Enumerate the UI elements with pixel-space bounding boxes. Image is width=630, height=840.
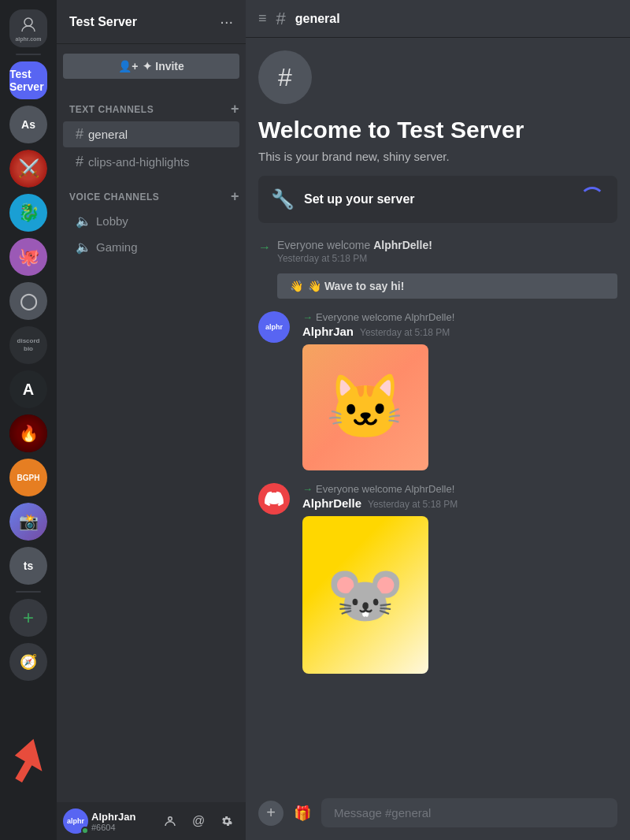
user-tag-display: #6604 [91,823,154,832]
server-icon-purple[interactable]: 🐙 [9,238,47,276]
message-content-alphrjan: → Everyone welcome AlphrDelle! AlphrJan … [302,311,617,470]
server-initials-ts: Test Server [9,68,47,93]
server-divider-1 [16,54,41,55]
gift-button[interactable]: 🎁 [290,801,315,826]
server-icon-gray[interactable]: ◯ [9,282,47,320]
gear-icon[interactable] [214,808,239,834]
server-initials-ts2: ts [24,559,33,572]
setup-text: Set up your server [304,192,415,206]
server-initials-as: As [21,118,35,131]
system-time-1: Yesterday at 5:18 PM [277,253,432,264]
messages-area: # Welcome to Test Server This is your br… [246,38,630,798]
setup-emoji: 🔧 [271,188,295,210]
system-message-1: → Everyone welcome AlphrDelle! Yesterday… [258,239,617,264]
invite-button[interactable]: 👤+ ✦ Invite [63,54,239,79]
channel-item-lobby[interactable]: 🔈 Lobby [63,209,239,233]
channel-name-clips: clips-and-highlights [88,155,189,169]
welcome-title: Welcome to Test Server [258,117,617,143]
svg-point-1 [169,817,172,821]
setup-spinner [580,187,605,212]
wave-label: 👋 Wave to say hi! [308,280,404,292]
voice-channels-category: VOICE CHANNELS + [57,176,246,208]
speaker-icon-gaming: 🔈 [76,240,91,255]
user-avatar: alphr [63,808,88,834]
server-icon-ts2[interactable]: ts [9,547,47,585]
message-group-alphrdelle: → Everyone welcome AlphrDelle! AlphrDell… [258,483,617,674]
server-icon-as[interactable]: As [9,106,47,143]
channel-header: ≡ # general [246,0,630,38]
channel-item-clips[interactable]: # clips-and-highlights [63,149,239,175]
reply-arrow-alphrdelle: → [302,483,313,495]
message-input-wrapper [321,798,617,827]
server-icon-red[interactable]: ⚔️ [9,150,47,188]
channel-item-general[interactable]: # general [63,121,239,147]
system-message-content-1: Everyone welcome AlphrDelle! Yesterday a… [277,239,432,264]
discover-servers-button[interactable]: 🧭 [9,643,47,681]
reply-text-alphrdelle: Everyone welcome AlphrDelle! [316,483,454,495]
speaker-icon-lobby: 🔈 [76,214,91,229]
username-alphrjan: AlphrJan [302,325,354,338]
server-icon-discordbio[interactable]: discordbio [9,326,47,364]
reply-preview-alphrdelle: → Everyone welcome AlphrDelle! [302,483,617,495]
username-alphrdelle: AlphrDelle [302,496,361,510]
server-icon-black[interactable]: A [9,370,47,408]
svg-point-0 [24,18,32,26]
server-initials-black: A [23,381,34,399]
sticker-alphrjan: 🐱 [302,344,428,470]
sticker-alphrdelle: 🐭 [302,516,428,674]
channel-name-general: general [88,128,128,141]
avatar-alphrjan: alphr [258,311,290,343]
server-icon-blue[interactable]: 🐉 [9,194,47,232]
user-settings-icon[interactable] [158,808,183,834]
alphr-label: alphr.com [15,36,41,42]
reply-preview-alphrjan: → Everyone welcome AlphrDelle! [302,311,617,323]
channel-name-gaming: Gaming [96,240,138,254]
reply-arrow-alphrjan: → [302,311,313,323]
add-content-button[interactable]: + [258,801,284,826]
online-status-dot [81,827,89,834]
add-text-channel-icon[interactable]: + [231,101,239,117]
user-info: AlphrJan #6604 [91,811,154,832]
message-time-alphrdelle: Yesterday at 5:18 PM [368,499,458,510]
hash-icon-clips: # [76,154,83,170]
user-panel: alphr AlphrJan #6604 @ [57,802,246,840]
message-header-alphrdelle: AlphrDelle Yesterday at 5:18 PM [302,496,617,510]
setup-card[interactable]: 🔧 Set up your server [258,176,617,223]
hash-icon-general: # [76,126,83,143]
welcome-description: This is your brand new, shiny server. [258,150,617,163]
server-icon-ts[interactable]: Test Server [9,61,47,99]
discordbio-label: discordbio [17,337,40,352]
message-input[interactable] [331,798,608,827]
invite-icon: 👤+ [118,60,138,72]
message-time-alphrjan: Yesterday at 5:18 PM [360,327,450,338]
server-icon-alphr[interactable]: alphr.com [9,9,47,47]
system-arrow-icon-1: → [258,240,271,255]
channel-item-gaming[interactable]: 🔈 Gaming [63,235,239,259]
wave-emoji: 👋 [290,280,303,292]
hamburger-icon[interactable]: ≡ [258,10,267,27]
server-header[interactable]: Test Server ··· [57,0,246,44]
server-icon-darkred[interactable]: 🔥 [9,414,47,452]
server-icon-photo[interactable]: 📸 [9,503,47,541]
system-text-1: Everyone welcome AlphrDelle! [277,239,432,251]
username-display: AlphrJan [91,811,154,823]
server-divider-2 [16,591,41,593]
text-channels-category: TEXT CHANNELS + [57,88,246,121]
message-group-alphrjan: alphr → Everyone welcome AlphrDelle! Alp… [258,311,617,470]
message-input-area: + 🎁 [246,798,630,840]
add-voice-channel-icon[interactable]: + [231,188,239,205]
mention-icon[interactable]: @ [186,808,211,834]
server-initials-orange: BGPH [17,474,40,482]
wave-button[interactable]: 👋 👋 Wave to say hi! [277,273,617,299]
channel-sidebar: Test Server ··· 👤+ ✦ Invite TEXT CHANNEL… [57,0,246,840]
welcome-hash-icon: # [258,50,312,104]
message-header-alphrjan: AlphrJan Yesterday at 5:18 PM [302,325,617,338]
server-icon-orange[interactable]: BGPH [9,459,47,496]
user-actions: @ [158,808,239,834]
add-server-button[interactable]: + [9,599,47,637]
avatar-alphrdelle [258,483,290,515]
reply-text-alphrjan: Everyone welcome AlphrDelle! [316,311,454,323]
message-content-alphrdelle: → Everyone welcome AlphrDelle! AlphrDell… [302,483,617,674]
server-menu-icon[interactable]: ··· [220,13,233,31]
channel-header-hash-icon: # [276,9,286,29]
